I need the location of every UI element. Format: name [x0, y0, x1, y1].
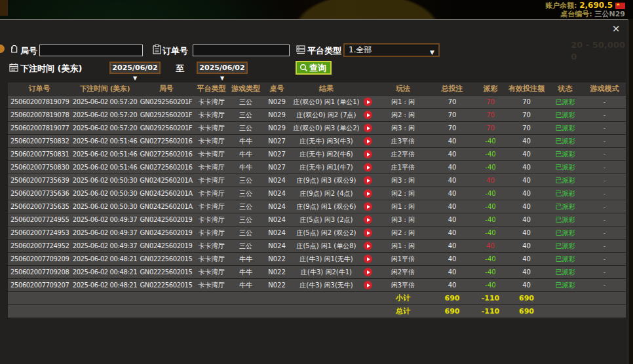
- cell-payout: -40: [475, 282, 506, 289]
- cell-game-type: 牛牛: [229, 281, 262, 290]
- platform-type-select[interactable]: 1.全部 ▼: [343, 43, 440, 57]
- subtotal-total-bet: 690: [429, 294, 475, 302]
- replay-play-button[interactable]: [364, 176, 372, 185]
- cell-valid-bet: 40: [506, 216, 547, 223]
- round-no-label: 局号: [20, 45, 37, 57]
- replay-play-button[interactable]: [364, 137, 372, 145]
- cell-game-type: 三公: [229, 242, 262, 251]
- cell-status: 已派彩: [547, 137, 583, 146]
- col-header-play-type: 玩法: [377, 84, 429, 94]
- cell-platform: 卡卡湾厅: [193, 111, 229, 120]
- cell-result: 庄(5点) 闲3 (2点): [292, 215, 377, 225]
- account-balance: 账户余额: 2,690.5: [545, 1, 625, 10]
- cell-table-no: N024: [262, 203, 292, 210]
- replay-play-button[interactable]: [364, 163, 372, 172]
- cell-bet-time: 2025-06-02 00:49:37: [71, 242, 139, 249]
- cell-order-id: 250602007819078: [8, 111, 71, 118]
- replay-play-button[interactable]: [364, 124, 372, 132]
- replay-play-button[interactable]: [364, 111, 372, 119]
- cell-game-mode: -: [583, 268, 626, 276]
- cell-play-type: 闲2 : 闲: [377, 111, 429, 120]
- bet-records-table: 订单号下注时间 (美东)局号平台类型游戏类型桌号结果玩法总投注派彩有效投注额状态…: [8, 82, 626, 318]
- chevron-down-icon: ▼: [220, 75, 224, 81]
- cell-payout: -40: [475, 203, 506, 210]
- cell-order-id: 250602007819077: [8, 124, 71, 132]
- round-no-input[interactable]: [39, 45, 143, 56]
- grand-total-label: 总计: [377, 306, 429, 316]
- account-balance-value: 2,690.5: [579, 1, 613, 10]
- cell-payout: -40: [475, 151, 506, 158]
- cell-order-id: 250602007724952: [8, 242, 71, 249]
- cell-payout: 70: [475, 111, 506, 118]
- cell-total-bet: 70: [429, 111, 475, 118]
- cell-valid-bet: 40: [506, 203, 547, 210]
- order-no-input[interactable]: [193, 45, 290, 56]
- cell-play-type: 闲3 : 闲: [377, 124, 429, 133]
- close-icon[interactable]: ✕: [610, 23, 622, 35]
- cell-valid-bet: 40: [506, 242, 547, 249]
- cell-total-bet: 40: [429, 242, 475, 249]
- platform-list-icon: [296, 45, 305, 54]
- cell-game-mode: -: [583, 164, 626, 171]
- cell-valid-bet: 40: [506, 190, 547, 197]
- cell-platform: 卡卡湾厅: [193, 189, 229, 198]
- replay-play-button[interactable]: [364, 268, 372, 276]
- cell-round-no: GN0292560201F: [139, 111, 193, 118]
- cell-game-type: 牛牛: [229, 255, 262, 264]
- calendar-icon: [9, 63, 18, 72]
- cell-status: 已派彩: [547, 255, 583, 264]
- cell-valid-bet: 40: [506, 164, 547, 171]
- china-flag-icon: [615, 3, 625, 9]
- replay-play-button[interactable]: [364, 150, 372, 158]
- replay-play-button[interactable]: [364, 215, 372, 224]
- replay-play-button[interactable]: [364, 255, 372, 263]
- platform-type-value: 1.全部: [349, 45, 372, 54]
- table-number: 桌台编号: 三公N29: [545, 10, 625, 18]
- cell-status: 已派彩: [547, 215, 583, 225]
- tag-icon: [9, 45, 18, 54]
- cell-total-bet: 40: [429, 255, 475, 263]
- cell-platform: 卡卡湾厅: [193, 281, 229, 290]
- subtotal-valid-bet: 690: [506, 294, 547, 302]
- cell-status: 已派彩: [547, 189, 583, 198]
- cell-bet-time: 2025-06-02 00:51:46: [71, 164, 139, 171]
- cell-result: 庄(9点) 闲3 (双公9): [292, 176, 377, 185]
- clipboard-icon: [153, 45, 161, 54]
- replay-play-button[interactable]: [364, 202, 372, 211]
- cell-total-bet: 40: [429, 203, 475, 210]
- table-row: 2506020077092082025-06-02 00:48:21GN0222…: [8, 266, 626, 279]
- cell-result: 庄(无牛) 闲3(牛3): [292, 137, 377, 146]
- search-button[interactable]: 查询: [296, 61, 332, 75]
- cell-round-no: GN0242560201A: [139, 203, 193, 210]
- cell-table-no: N029: [262, 111, 292, 118]
- bet-time-label: 下注时间 (美东): [20, 63, 82, 75]
- cell-platform: 卡卡湾厅: [193, 150, 229, 159]
- replay-play-button[interactable]: [364, 242, 372, 250]
- cell-game-mode: -: [583, 177, 626, 184]
- cell-round-no: GN0292560201F: [139, 98, 193, 105]
- replay-play-button[interactable]: [364, 228, 372, 237]
- cell-result: 庄(无牛) 闲2(牛6): [292, 150, 377, 159]
- cell-platform: 卡卡湾厅: [193, 202, 229, 211]
- cell-round-no: GN02225602015: [139, 282, 193, 289]
- cell-game-type: 牛牛: [229, 137, 262, 146]
- date-to-picker[interactable]: 2025/06/02 ▼: [197, 62, 248, 74]
- cell-bet-time: 2025-06-02 00:51:46: [71, 151, 139, 158]
- replay-play-button[interactable]: [364, 189, 372, 198]
- date-from-picker[interactable]: 2025/06/02 ▼: [109, 62, 161, 74]
- subtotal-row: 小计690-110690: [8, 292, 626, 305]
- cell-order-id: 250602007819079: [8, 98, 71, 105]
- cell-platform: 卡卡湾厅: [193, 137, 229, 146]
- replay-play-button[interactable]: [364, 98, 372, 106]
- cell-bet-time: 2025-06-02 00:51:46: [71, 137, 139, 145]
- cell-bet-time: 2025-06-02 00:48:21: [71, 268, 139, 276]
- cell-table-no: N024: [262, 177, 292, 184]
- cell-order-id: 250602007750831: [8, 151, 71, 158]
- cell-payout: 40: [475, 242, 506, 249]
- cell-status: 已派彩: [547, 281, 583, 290]
- table-row: 2506020077249532025-06-02 00:49:37GN0242…: [8, 227, 626, 240]
- replay-play-button[interactable]: [364, 281, 372, 289]
- cell-game-type: 三公: [229, 111, 262, 120]
- cell-order-id: 250602007735635: [8, 203, 71, 210]
- cell-order-id: 250602007709207: [8, 282, 71, 289]
